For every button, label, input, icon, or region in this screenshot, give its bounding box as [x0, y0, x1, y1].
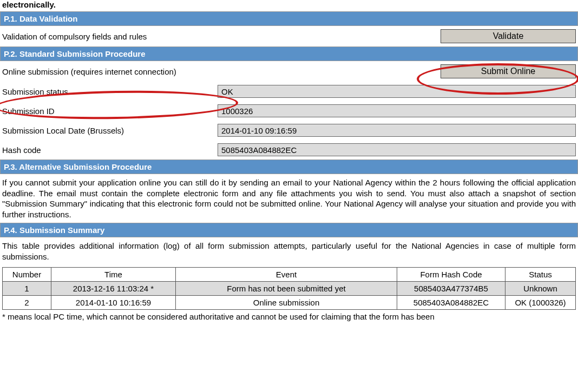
cell-event: Form has not been submitted yet [176, 282, 397, 296]
cell-time: 2013-12-16 11:03:24 * [51, 282, 176, 296]
top-text-fragment: electronically. [0, 0, 578, 11]
table-header-row: Number Time Event Form Hash Code Status [3, 268, 576, 282]
col-time: Time [51, 268, 176, 282]
submission-summary-table: Number Time Event Form Hash Code Status … [2, 267, 576, 310]
table-row: 2 2014-01-10 10:16:59 Online submission … [3, 296, 576, 310]
cell-number: 2 [3, 296, 51, 310]
footnote-text: * means local PC time, which cannot be c… [0, 310, 578, 321]
hash-code-label: Hash code [2, 145, 213, 155]
cell-hash: 5085403A477374B5 [397, 282, 505, 296]
validate-button[interactable]: Validate [441, 29, 576, 43]
section-header-p2: P.2. Standard Submission Procedure [0, 46, 578, 61]
cell-number: 1 [3, 282, 51, 296]
submission-status-value: OK [218, 85, 576, 98]
submit-online-label: Online submission (requires internet con… [2, 67, 219, 76]
cell-time: 2014-01-10 10:16:59 [51, 296, 176, 310]
hash-code-value: 5085403A084882EC [218, 143, 576, 156]
submission-id-value: 1000326 [218, 104, 576, 117]
submission-date-label: Submission Local Date (Brussels) [2, 126, 213, 135]
section-header-p4: P.4. Submission Summary [0, 223, 578, 237]
col-event: Event [176, 268, 397, 282]
col-hash: Form Hash Code [397, 268, 505, 282]
col-number: Number [3, 268, 51, 282]
validate-label: Validation of compulsory fields and rule… [2, 32, 219, 41]
cell-hash: 5085403A084882EC [397, 296, 505, 310]
cell-status: Unknown [505, 282, 576, 296]
submit-online-button[interactable]: Submit Online [441, 64, 576, 78]
submission-status-label: Submission status [2, 87, 213, 96]
submission-id-label: Submission ID [2, 107, 213, 116]
submission-date-value: 2014-01-10 09:16:59 [218, 124, 576, 137]
section-header-p3: P.3. Alternative Submission Procedure [0, 160, 578, 174]
col-status: Status [505, 268, 576, 282]
cell-status: OK (1000326) [505, 296, 576, 310]
alternative-procedure-text: If you cannot submit your application on… [0, 174, 578, 223]
cell-event: Online submission [176, 296, 397, 310]
submission-summary-intro: This table provides additional informati… [0, 237, 578, 265]
table-row: 1 2013-12-16 11:03:24 * Form has not bee… [3, 282, 576, 296]
section-header-p1: P.1. Data Validation [0, 11, 578, 26]
